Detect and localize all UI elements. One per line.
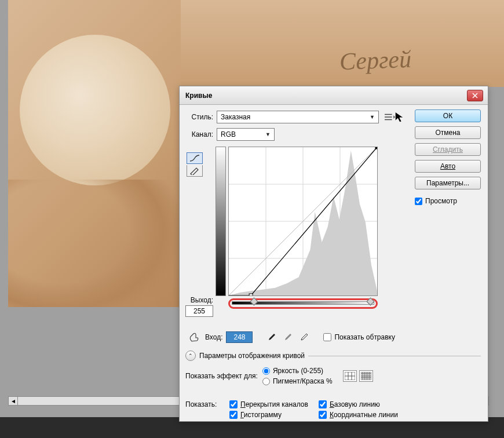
pencil-tool-button[interactable] [187, 165, 203, 177]
curve-tool-button[interactable] [187, 152, 203, 164]
channel-dropdown[interactable]: RGB ▼ [217, 128, 275, 141]
preset-dropdown[interactable]: Заказная ▼ [217, 111, 379, 123]
dialog-title: Кривые [185, 92, 467, 100]
divider [308, 356, 481, 356]
auto-button[interactable]: Авто [415, 160, 481, 173]
effect-label: Показать эффект для: [185, 372, 258, 380]
dialog-body: Стиль: Заказная ▼ Канал: RGB ▼ [180, 105, 488, 151]
channel-value: RGB [221, 130, 236, 138]
preview-checkbox[interactable] [415, 198, 422, 205]
black-eyedropper-button[interactable] [265, 331, 278, 343]
svg-rect-7 [249, 294, 253, 295]
script-name-text: Сергей [339, 45, 412, 75]
brightness-radio-label: Яркость (0-255) [273, 367, 323, 375]
photo-vignette [20, 35, 170, 185]
scroll-left-button[interactable]: ◂ [9, 397, 18, 405]
channel-overlay-label: Перекрытия каналов [240, 400, 308, 408]
pigment-radio-label: Пигмент/Краска % [273, 377, 333, 385]
input-gradient-bar[interactable] [232, 301, 374, 305]
chevron-down-icon: ▼ [265, 132, 271, 137]
options-button[interactable]: Параметры... [415, 177, 481, 189]
cancel-button[interactable]: Отмена [415, 126, 481, 139]
white-eyedropper-button[interactable] [298, 331, 311, 343]
document-preview [8, 0, 181, 307]
ornament-swirl [8, 180, 181, 307]
preview-label: Просмотр [425, 197, 457, 205]
smooth-button[interactable]: Сгладить [415, 143, 481, 156]
input-slider-highlight [228, 298, 378, 309]
input-label: Вход: [205, 333, 222, 341]
output-label: Выход: [185, 296, 213, 304]
baseline-label: Базовую линию [330, 400, 380, 408]
display-options-toggle[interactable]: ⌃ [185, 351, 196, 361]
baseline-checkbox[interactable] [319, 400, 327, 408]
show-label: Показать: [185, 400, 224, 419]
svg-rect-8 [375, 147, 377, 149]
close-button[interactable] [467, 90, 483, 101]
curves-dialog: Кривые Стиль: Заказная ▼ Канал: RGB ▼ [179, 86, 488, 422]
close-icon [472, 93, 478, 98]
grid-fine-button[interactable] [359, 370, 373, 382]
dialog-titlebar[interactable]: Кривые [180, 86, 488, 105]
histogram-checkbox[interactable] [229, 411, 238, 419]
intersect-label: Координатные линии [330, 411, 398, 419]
output-value-field[interactable]: 255 [185, 305, 213, 317]
show-clipping-label: Показать обтравку [334, 333, 395, 341]
display-options-label: Параметры отображения кривой [199, 352, 305, 360]
output-gradient-bar [216, 147, 226, 296]
pigment-radio[interactable] [262, 378, 270, 385]
preset-value: Заказная [221, 113, 250, 121]
white-point-slider[interactable] [367, 297, 375, 305]
input-value-field[interactable]: 248 [226, 331, 253, 343]
intersect-checkbox[interactable] [319, 411, 327, 419]
style-label: Стиль: [188, 113, 213, 121]
targeted-adjust-button[interactable] [187, 331, 202, 344]
gray-eyedropper-button[interactable] [282, 331, 294, 343]
show-clipping-checkbox[interactable] [323, 333, 331, 341]
histogram-label: Гистограмму [240, 411, 282, 419]
black-point-slider[interactable] [250, 297, 258, 305]
grid-coarse-button[interactable] [343, 370, 357, 382]
brightness-radio[interactable] [262, 367, 270, 375]
mouse-cursor [394, 111, 407, 125]
chevron-down-icon: ▼ [370, 114, 375, 120]
ok-button[interactable]: ОК [415, 110, 481, 122]
channel-overlay-checkbox[interactable] [229, 400, 238, 408]
curves-graph[interactable] [228, 147, 378, 296]
channel-label: Канал: [188, 130, 213, 138]
curves-graph-zone [216, 147, 400, 327]
